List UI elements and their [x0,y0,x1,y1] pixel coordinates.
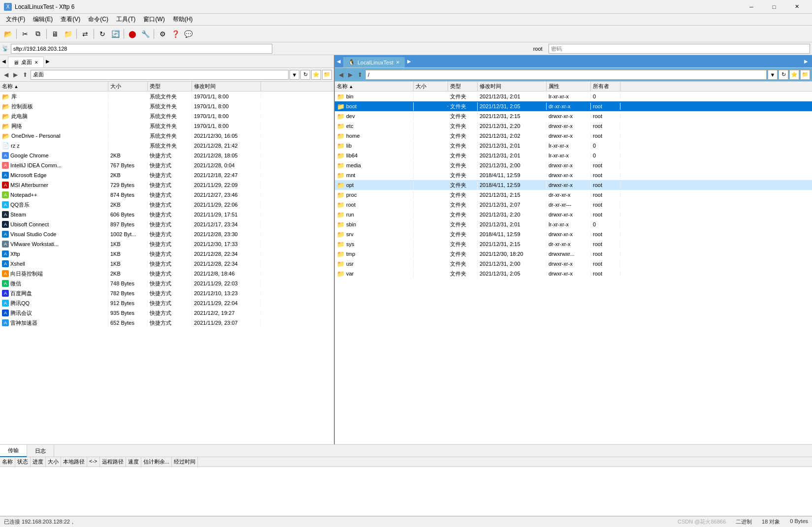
right-tab-nav-next[interactable]: ▶ [405,58,413,65]
right-col-owner-header[interactable]: 所有者 [591,82,620,91]
left-file-row[interactable]: A 雷神加速器 652 Bytes 快捷方式 2021/11/29, 23:07 [0,318,334,328]
menu-item-帮助(H)[interactable]: 帮助(H) [169,14,197,25]
config-button[interactable]: 🔧 [139,28,151,40]
right-col-size-header[interactable]: 大小 [414,82,448,91]
maximize-button[interactable]: □ [763,2,785,12]
right-file-row[interactable]: 📁 media 文件夹 2021/12/31, 2:00 drwxr-xr-x … [335,160,812,170]
menu-item-窗口(W)[interactable]: 窗口(W) [139,14,168,25]
right-tab-nav-end[interactable]: ▶ [800,58,812,65]
left-up-button[interactable]: ⬆ [21,71,30,79]
left-panel-tab-desktop[interactable]: 🖥 桌面 ✕ [8,57,44,67]
linux-tab-close[interactable]: ✕ [396,60,400,65]
refresh-button[interactable]: ↻ [97,28,108,40]
copy-button[interactable]: ⧉ [32,28,44,40]
chat-button[interactable]: 💬 [182,28,194,40]
right-file-row[interactable]: 📁 run 文件夹 2021/12/31, 2:20 drwxr-xr-x ro… [335,210,812,219]
menu-item-工具(T)[interactable]: 工具(T) [112,14,139,25]
right-file-row[interactable]: 📁 opt 文件夹 2018/4/11, 12:59 drwxr-xr-x ro… [335,180,812,190]
bottom-tab-日志[interactable]: 日志 [27,445,54,457]
right-col-name-header[interactable]: 名称 [335,82,414,91]
right-file-row[interactable]: 📁 lib64 文件夹 2021/12/31, 2:01 lr-xr-xr-x … [335,151,812,160]
right-file-row[interactable]: 📁 usr 文件夹 2021/12/31, 2:00 drwxr-xr-x ro… [335,259,812,269]
left-file-row[interactable]: 📂 OneDrive - Personal 系统文件夹 2021/12/30, … [0,131,334,141]
left-file-row[interactable]: A 微信 748 Bytes 快捷方式 2021/11/29, 22:03 [0,279,334,288]
right-newfolder-button[interactable]: 📁 [800,70,810,80]
left-file-row[interactable]: A Notepad++ 874 Bytes 快捷方式 2021/12/27, 2… [0,190,334,200]
menu-item-查看(V)[interactable]: 查看(V) [57,14,84,25]
right-file-row[interactable]: 📁 proc 文件夹 2021/12/31, 2:15 dr-xr-xr-x r… [335,190,812,200]
menu-item-编辑(E)[interactable]: 编辑(E) [29,14,57,25]
left-tab-nav-next[interactable]: ▶ [44,58,52,65]
bottom-tab-传输[interactable]: 传输 [0,445,27,457]
left-refresh-button[interactable]: ↻ [300,70,310,80]
remote-folder-button[interactable]: 📁 [62,28,74,40]
session-manager-button[interactable]: ⚙ [157,28,168,40]
right-panel-tab-linux[interactable]: 🐧 LocalLinuxTest ✕ [343,57,405,67]
left-file-row[interactable]: A VMware Workstati... 1KB 快捷方式 2021/12/3… [0,239,334,249]
left-file-row[interactable]: 📂 控制面板 系统文件夹 1970/1/1, 8:00 [0,101,334,111]
close-button[interactable]: ✕ [785,2,808,12]
right-back-button[interactable]: ◀ [337,71,345,79]
left-tab-nav-prev[interactable]: ◀ [0,58,8,65]
right-col-date-header[interactable]: 修改时间 [478,82,547,91]
new-session-button[interactable]: 📂 [2,28,14,40]
desktop-tab-close[interactable]: ✕ [34,60,38,65]
minimize-button[interactable]: ─ [740,2,763,12]
left-file-row[interactable]: A MSI Afterburner 729 Bytes 快捷方式 2021/11… [0,180,334,190]
right-up-button[interactable]: ⬆ [356,71,364,79]
right-col-type-header[interactable]: 类型 [448,82,478,91]
right-file-row[interactable]: 📁 dev 文件夹 2021/12/31, 2:15 drwxr-xr-x ro… [335,111,812,121]
left-file-list[interactable]: 名称 大小 类型 修改时间 📂 库 系统文件夹 1970/1/1, 8:00 📂… [0,82,334,444]
stop-button[interactable]: ⬤ [127,28,138,40]
right-file-row[interactable]: 📁 tmp 文件夹 2021/12/30, 18:20 drwxrwxr... … [335,249,812,259]
right-file-row[interactable]: 📁 srv 文件夹 2018/4/11, 12:59 drwxr-xr-x ro… [335,229,812,239]
right-file-row[interactable]: 📁 root 文件夹 2021/12/31, 2:07 dr-xr-xr--- … [335,200,812,210]
left-forward-button[interactable]: ▶ [11,71,20,79]
left-file-row[interactable]: A Visual Studio Code 1002 Byt... 快捷方式 20… [0,229,334,239]
address-input[interactable] [11,44,272,54]
cut-button[interactable]: ✂ [19,28,31,40]
left-newfolder-button[interactable]: 📁 [322,70,332,80]
left-col-size-header[interactable]: 大小 [108,82,148,91]
left-file-row[interactable]: A 腾讯会议 935 Bytes 快捷方式 2021/12/2, 19:27 [0,308,334,318]
local-folder-button[interactable]: 🖥 [49,28,61,40]
left-file-row[interactable]: A 百度网盘 782 Bytes 快捷方式 2021/12/10, 13:23 [0,288,334,298]
left-file-row[interactable]: 📄 rz z 系统文件夹 2021/12/28, 21:42 [0,141,334,151]
right-file-row[interactable]: 📁 bin 文件夹 2021/12/31, 2:01 lr-xr-xr-x 0 [335,92,812,101]
right-path-dropdown[interactable]: ▼ [768,70,778,80]
right-file-row[interactable]: 📁 etc 文件夹 2021/12/31, 2:20 drwxr-xr-x ro… [335,121,812,131]
right-file-list[interactable]: 名称 大小 类型 修改时间 属性 所有者 📁 bin 文件夹 2021/12/3… [335,82,812,444]
right-tab-nav-prev[interactable]: ◀ [335,58,343,65]
right-col-perm-header[interactable]: 属性 [547,82,591,91]
left-col-type-header[interactable]: 类型 [148,82,192,91]
left-file-row[interactable]: A 向日葵控制端 2KB 快捷方式 2021/12/8, 18:46 [0,269,334,279]
left-file-row[interactable]: 📂 网络 系统文件夹 1970/1/1, 8:00 [0,121,334,131]
left-file-row[interactable]: A Google Chrome 2KB 快捷方式 2021/12/28, 18:… [0,151,334,160]
right-file-row[interactable]: 📁 mnt 文件夹 2018/4/11, 12:59 drwxr-xr-x ro… [335,170,812,180]
right-file-row[interactable]: 📁 lib 文件夹 2021/12/31, 2:01 lr-xr-xr-x 0 [335,141,812,151]
password-input[interactable] [549,44,810,54]
right-file-row[interactable]: 📁 var 文件夹 2021/12/31, 2:05 drwxr-xr-x ro… [335,269,812,279]
right-bookmark-button[interactable]: ⭐ [789,70,799,80]
right-file-row[interactable]: 📁 sbin 文件夹 2021/12/31, 2:01 lr-xr-xr-x 0 [335,219,812,229]
left-path-input[interactable] [31,70,289,80]
left-file-row[interactable]: A Steam 606 Bytes 快捷方式 2021/11/29, 17:51 [0,210,334,219]
left-file-row[interactable]: 📂 库 系统文件夹 1970/1/1, 8:00 [0,92,334,101]
sync-button[interactable]: 🔄 [109,28,121,40]
left-file-row[interactable]: A Xftp 1KB 快捷方式 2021/12/28, 22:34 [0,249,334,259]
menu-item-命令(C)[interactable]: 命令(C) [84,14,112,25]
left-col-name-header[interactable]: 名称 [0,82,108,91]
right-forward-button[interactable]: ▶ [346,71,355,79]
transfer-button[interactable]: ⇄ [79,28,91,40]
left-file-row[interactable]: 📂 此电脑 系统文件夹 1970/1/1, 8:00 [0,111,334,121]
left-file-row[interactable]: A QQ音乐 2KB 快捷方式 2021/11/29, 22:06 [0,200,334,210]
right-file-row[interactable]: 📁 sys 文件夹 2021/12/31, 2:15 dr-xr-xr-x ro… [335,239,812,249]
left-file-row[interactable]: A Ubisoft Connect 897 Bytes 快捷方式 2021/12… [0,219,334,229]
left-file-row[interactable]: A Xshell 1KB 快捷方式 2021/12/28, 22:34 [0,259,334,269]
left-bookmark-button[interactable]: ⭐ [311,70,321,80]
menu-item-文件(F)[interactable]: 文件(F) [2,14,29,25]
left-col-date-header[interactable]: 修改时间 [192,82,261,91]
left-path-dropdown[interactable]: ▼ [290,70,299,80]
right-path-input[interactable] [365,70,767,80]
right-file-row[interactable]: 📁 home 文件夹 2021/12/31, 2:02 drwxr-xr-x r… [335,131,812,141]
